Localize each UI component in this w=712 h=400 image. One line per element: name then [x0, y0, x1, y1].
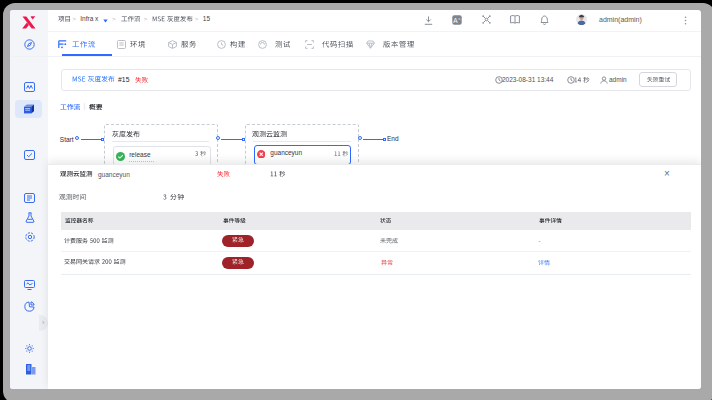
svg-text:c: c — [459, 15, 461, 20]
